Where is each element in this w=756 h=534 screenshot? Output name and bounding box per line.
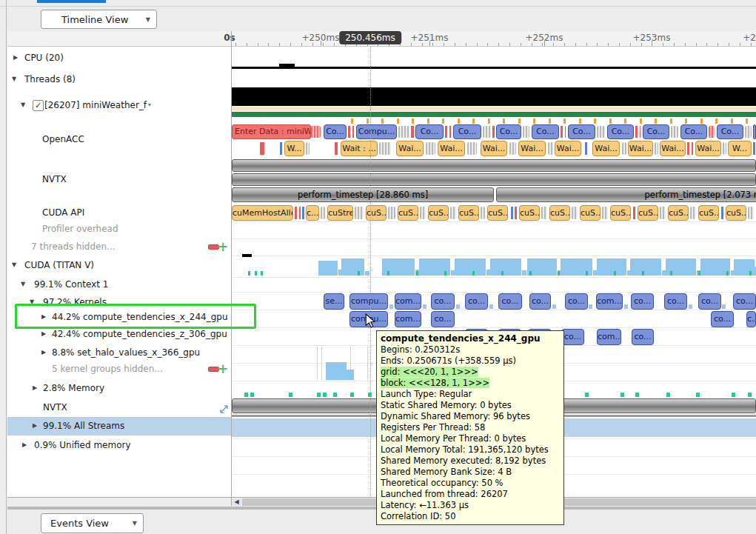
filter-plus-icon[interactable]: + [218, 364, 228, 374]
kernels-row-block[interactable]: co... [498, 293, 522, 310]
timeline-view-dropdown[interactable]: Timeline View ▼ [41, 10, 157, 29]
kernels-row-block[interactable]: co... [664, 293, 687, 310]
cuda-api-row-block[interactable]: cuS... [698, 205, 719, 221]
openacc-row-2-block[interactable]: Wai... [660, 141, 686, 156]
openacc-row-2-block[interactable]: Wai... [481, 141, 507, 156]
kernels-row-block[interactable]: co... [698, 293, 721, 310]
kernel-z306-row-block[interactable]: co... [632, 329, 654, 345]
cuda-api-row-block[interactable]: cuS... [580, 205, 601, 221]
cuda-api-row-block[interactable]: cuS... [366, 205, 387, 221]
openacc-row-1-block[interactable]: Compu... [356, 124, 397, 139]
kernels-row-block[interactable]: co... [529, 293, 551, 310]
cuda-api-row-block[interactable]: cuStre... [327, 205, 353, 221]
sidebar-item-kernels-hidden[interactable]: 5 kernel groups hidden... [52, 361, 163, 376]
sidebar-item-threads[interactable]: Threads (8) [24, 72, 76, 87]
cuda-api-row-block[interactable]: cuS... [638, 205, 658, 221]
openacc-row-1-block[interactable]: Co... [568, 124, 595, 139]
sidebar-item-nvtx-cuda[interactable]: NVTX [43, 400, 67, 415]
kernels-row-block[interactable]: co... [431, 293, 455, 310]
kernel-x244-row-block[interactable]: com... [395, 311, 421, 327]
events-view-dropdown[interactable]: Events View ▼ [41, 513, 144, 533]
openacc-row-2-block[interactable]: Wai... [438, 141, 465, 156]
cuda-api-row-block[interactable]: cuS... [398, 205, 418, 221]
kernel-x244-row-block[interactable]: c... [746, 311, 756, 327]
sidebar-item-all-streams[interactable]: 99.1% All Streams [43, 418, 124, 433]
sidebar-item-kernel-z306[interactable]: 42.4% compute_tendencies_z_306_gpu [52, 327, 227, 341]
openacc-row-2-block[interactable]: W... [728, 141, 752, 156]
openacc-row-1-block[interactable]: Co... [453, 124, 481, 139]
filter-plus-icon[interactable]: + [218, 241, 228, 252]
openacc-row-2-block[interactable]: Wai... [518, 141, 546, 156]
kernels-row-block[interactable]: co... [465, 293, 488, 310]
thread-options-arrow-icon[interactable]: ▾ [148, 98, 151, 113]
kernels-row-block[interactable]: com... [596, 293, 623, 310]
cuda-api-row-block[interactable]: cuS... [458, 205, 479, 221]
sidebar-item-cpu[interactable]: CPU (20) [24, 50, 64, 65]
cuda-api-row-block[interactable]: cuS... [726, 205, 746, 221]
openacc-row-1-block[interactable]: Co... [680, 124, 707, 139]
kernels-row-block[interactable]: com... [395, 293, 421, 310]
tree-collapsed-arrow-icon[interactable]: ▶ [33, 381, 37, 396]
cuda-api-row-block[interactable]: cuS... [519, 205, 540, 221]
sidebar-item-thread-26207[interactable]: [26207] miniWeather_f [44, 98, 147, 113]
hscroll-left-arrow[interactable]: ◀ [232, 498, 241, 506]
sidebar-item-cuda-api[interactable]: CUDA API [42, 205, 84, 220]
cuda-api-row-block[interactable]: cuS... [428, 205, 449, 221]
sidebar-item-kernel-halo[interactable]: 8.8% set_halo_values_x_366_gpu [52, 345, 200, 360]
sidebar-item-unified-memory[interactable]: 0.9% Unified memory [34, 438, 131, 453]
tree-collapsed-arrow-icon[interactable]: ▶ [33, 418, 37, 433]
tree-expanded-arrow-icon[interactable]: ▼ [12, 72, 16, 87]
sidebar-item-threads-hidden[interactable]: 7 threads hidden... [31, 239, 115, 254]
panel-divider[interactable] [231, 31, 232, 506]
cuda-api-row-block[interactable]: cuS... [668, 205, 689, 221]
openacc-row-1-block[interactable] [753, 124, 756, 139]
cuda-api-row-block[interactable]: cuMemHostAlloc [232, 205, 293, 221]
expand-row-icon[interactable] [219, 403, 229, 417]
sidebar-item-openacc-thread[interactable]: OpenACC [42, 132, 84, 147]
sidebar-item-profiler-overhead[interactable]: Profiler overhead [42, 221, 118, 236]
cuda-api-row-block[interactable]: cuS... [487, 205, 508, 221]
kernel-x244-row-block[interactable]: co... [431, 311, 455, 327]
openacc-row-2-block[interactable]: W... [284, 141, 304, 156]
openacc-row-2-block[interactable]: Wait : ... [341, 141, 378, 156]
openacc-row-1-block[interactable]: Co... [415, 124, 444, 139]
thread-checkbox[interactable]: ✓ [33, 100, 44, 111]
openacc-row-2-block[interactable]: Wai... [628, 141, 653, 156]
sidebar-item-context-1[interactable]: 99.1% Context 1 [34, 277, 108, 292]
kernel-z306-row-block[interactable]: com... [597, 329, 621, 345]
kernels-row-block[interactable]: co... [631, 293, 654, 310]
openacc-row-1-block[interactable]: Enter Data : miniW... [232, 124, 311, 139]
openacc-row-2-block[interactable]: Wai... [592, 141, 620, 156]
tree-collapsed-arrow-icon[interactable]: ▶ [41, 345, 46, 360]
kernel-z306-row-block[interactable]: co... [561, 329, 584, 345]
openacc-row-1-block[interactable]: Co... [324, 124, 347, 139]
sidebar-item-cuda-device[interactable]: CUDA (TITAN V) [24, 258, 94, 273]
tree-expanded-arrow-icon[interactable]: ▼ [12, 258, 16, 273]
tree-expanded-arrow-icon[interactable]: ▼ [21, 98, 25, 113]
cuda-api-row-block[interactable]: cuS... [549, 205, 570, 221]
tree-collapsed-arrow-icon[interactable]: ▶ [13, 50, 18, 65]
timeline-ruler[interactable]: 0s +250ms+251ms+252ms+253ms+2 250.456ms [7, 31, 756, 47]
active-tab-indicator[interactable] [37, 0, 106, 3]
openacc-row-1-block[interactable]: Co... [643, 124, 669, 139]
tree-collapsed-arrow-icon[interactable]: ▶ [41, 327, 46, 341]
cuda-api-row-block[interactable]: cuS... [610, 205, 631, 221]
openacc-row-2-block[interactable]: Wai... [555, 141, 581, 156]
openacc-row-1-block[interactable]: Co... [532, 124, 559, 139]
nvtx-bar-1[interactable] [232, 159, 756, 172]
cuda-api-row-block[interactable]: c... [306, 205, 319, 221]
kernels-row-block[interactable]: co... [565, 293, 588, 310]
kernels-row-block[interactable]: compu... [349, 293, 388, 310]
nvtx-range-1[interactable]: perform_timestep [28.860 ms] [232, 187, 494, 202]
kernels-row-block[interactable]: co... [733, 293, 756, 310]
openacc-row-2-block[interactable]: Wai... [695, 141, 721, 156]
sidebar-item-memory[interactable]: 2.8% Memory [43, 381, 104, 396]
openacc-row-1-block[interactable]: Co... [607, 124, 634, 139]
nvtx-range-2[interactable]: perform_timestep [2.073 ms] [496, 187, 756, 202]
sidebar-item-nvtx-thread[interactable]: NVTX [42, 172, 67, 187]
openacc-row-2-block[interactable]: Wai... [396, 141, 424, 156]
nvtx-bar-2[interactable] [232, 173, 756, 186]
kernel-x244-row-block[interactable]: co... [711, 311, 734, 327]
openacc-row-1-block[interactable]: Co... [717, 124, 743, 139]
kernels-row-block[interactable]: se... [324, 293, 344, 310]
